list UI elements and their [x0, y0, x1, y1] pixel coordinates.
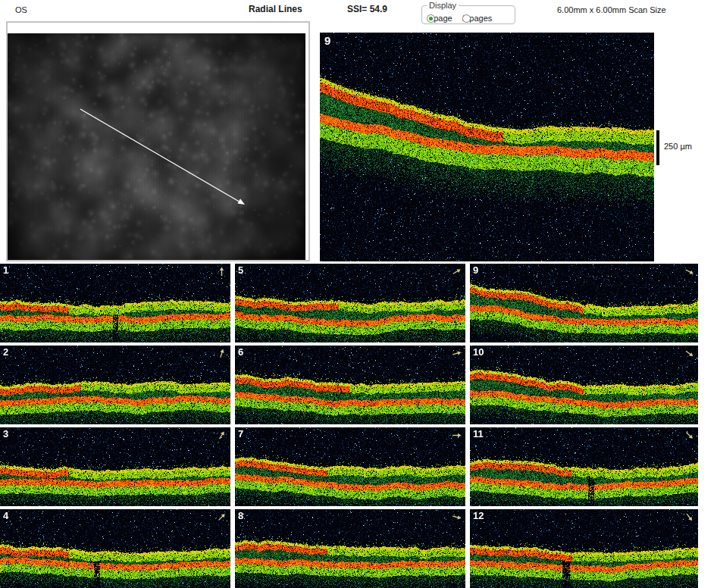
scan-size-label: 6.00mm x 6.00mm Scan Size: [557, 5, 666, 14]
ssi-value: SSI= 54.9: [347, 4, 387, 14]
display-group-label: Display: [427, 1, 459, 10]
oct-bscan-thumbnail[interactable]: [0, 509, 230, 588]
scale-bar: [656, 130, 659, 165]
display-options-group: Display 1 page 2 pages: [421, 1, 515, 24]
scan-number-label: 4: [3, 510, 8, 521]
scan-number-label: 7: [238, 428, 243, 439]
fundus-image[interactable]: [8, 33, 305, 260]
radio-selected-icon[interactable]: [427, 14, 435, 23]
fundus-panel: [6, 21, 310, 261]
oct-radial-lines-screen: OS Radial Lines SSI= 54.9 Display 1 page…: [0, 0, 717, 588]
selected-oct-bscan[interactable]: [320, 33, 654, 261]
scan-direction-arrow-icon: [451, 430, 462, 441]
scan-thumbnail-12[interactable]: 12: [470, 509, 698, 588]
oct-bscan-thumbnail[interactable]: [235, 346, 465, 424]
scan-thumbnail-2[interactable]: 2: [0, 346, 230, 424]
scan-number-label: 12: [473, 510, 484, 521]
selected-scan-panel: 9: [320, 33, 654, 261]
oct-bscan-thumbnail[interactable]: [235, 509, 465, 588]
scan-thumbnail-10[interactable]: 10: [470, 346, 698, 424]
scale-bar-label: 250 µm: [664, 142, 692, 151]
page-title: Radial Lines: [249, 4, 302, 14]
scan-thumbnail-1[interactable]: 1: [0, 264, 230, 342]
selected-scan-number: 9: [324, 34, 330, 47]
radio-1-page[interactable]: 1 page: [427, 14, 452, 23]
oct-bscan-thumbnail[interactable]: [235, 264, 465, 342]
scan-thumbnail-6[interactable]: 6: [235, 346, 465, 424]
scan-direction-arrow-icon: [216, 266, 227, 277]
radio-unselected-icon[interactable]: [462, 14, 471, 23]
scan-thumbnail-8[interactable]: 8: [235, 509, 465, 588]
scan-number-label: 1: [3, 264, 8, 276]
oct-bscan-thumbnail[interactable]: [0, 427, 230, 506]
radio-2-pages[interactable]: 2 pages: [462, 14, 492, 23]
scan-number-label: 11: [473, 428, 484, 439]
scan-thumbnail-grid: 123456789101112: [0, 264, 698, 588]
scan-thumbnail-7[interactable]: 7: [235, 427, 465, 506]
scan-number-label: 9: [473, 264, 478, 276]
oct-bscan-thumbnail[interactable]: [470, 264, 698, 342]
scan-number-label: 10: [473, 346, 484, 358]
scan-number-label: 5: [238, 264, 243, 276]
oct-bscan-thumbnail[interactable]: [235, 427, 465, 506]
scan-number-label: 2: [3, 346, 8, 358]
scan-thumbnail-9[interactable]: 9: [470, 264, 698, 342]
scan-number-label: 3: [3, 428, 8, 439]
scan-number-label: 6: [238, 346, 243, 358]
oct-bscan-thumbnail[interactable]: [470, 509, 698, 588]
oct-bscan-thumbnail[interactable]: [470, 427, 698, 506]
scan-thumbnail-4[interactable]: 4: [0, 509, 230, 588]
eye-label: OS: [15, 5, 27, 14]
scan-thumbnail-3[interactable]: 3: [0, 427, 230, 506]
oct-bscan-thumbnail[interactable]: [0, 346, 230, 424]
scan-number-label: 8: [238, 510, 243, 521]
scan-thumbnail-11[interactable]: 11: [470, 427, 698, 506]
oct-bscan-thumbnail[interactable]: [0, 264, 230, 342]
scan-thumbnail-5[interactable]: 5: [235, 264, 465, 342]
oct-bscan-thumbnail[interactable]: [470, 346, 698, 424]
